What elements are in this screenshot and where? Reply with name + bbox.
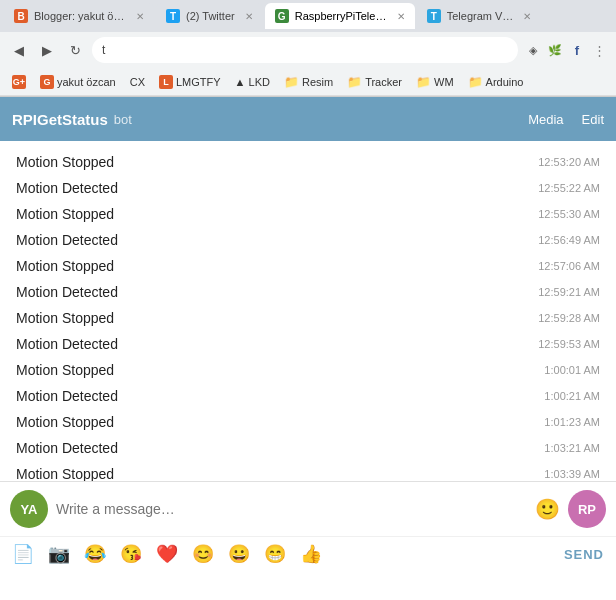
tab-bar: B Blogger: yakut özc… ✕ T (2) Twitter ✕ … — [0, 0, 616, 32]
tg-header-actions: Media Edit — [528, 112, 604, 127]
tab-telegram-close[interactable]: ✕ — [523, 11, 531, 22]
forward-button[interactable]: ▶ — [36, 39, 58, 61]
input-row: YA 🙂 RP — [0, 482, 616, 536]
emoji3-icon[interactable]: ❤️ — [156, 543, 178, 565]
tab-raspberrypi-close[interactable]: ✕ — [397, 11, 405, 22]
ext-menu[interactable]: ⋮ — [590, 41, 608, 59]
message-input[interactable] — [56, 501, 527, 517]
msg-text: Motion Stopped — [16, 258, 114, 274]
tab-twitter[interactable]: T (2) Twitter ✕ — [156, 3, 263, 29]
msg-text: Motion Detected — [16, 440, 118, 456]
msg-time: 12:55:30 AM — [538, 208, 600, 220]
msg-text: Motion Stopped — [16, 206, 114, 222]
msg-time: 12:59:53 AM — [538, 338, 600, 350]
message-row: Motion Detected 1:00:21 AM — [0, 383, 616, 409]
bookmark-cx[interactable]: CX — [124, 74, 151, 90]
tab-blogger-close[interactable]: ✕ — [136, 11, 144, 22]
msg-text: Motion Detected — [16, 180, 118, 196]
bookmark-arduino[interactable]: 📁 Arduino — [462, 73, 530, 91]
tab-twitter-label: (2) Twitter — [186, 10, 235, 22]
emoji4-icon[interactable]: 😊 — [192, 543, 214, 565]
tab-telegram[interactable]: T Telegram V… ✕ — [417, 3, 542, 29]
bookmark-googleplus[interactable]: G+ — [6, 73, 32, 91]
folder-icon-wm: 📁 — [416, 75, 431, 89]
msg-text: Motion Stopped — [16, 466, 114, 481]
bookmark-cx-label: CX — [130, 76, 145, 88]
msg-time: 12:59:21 AM — [538, 286, 600, 298]
telegram-app: RPIGetStatus bot Media Edit Motion Stopp… — [0, 97, 616, 571]
msg-text: Motion Detected — [16, 232, 118, 248]
msg-time: 1:00:21 AM — [544, 390, 600, 402]
folder-icon-tracker: 📁 — [347, 75, 362, 89]
ext-leaf: 🌿 — [546, 41, 564, 59]
browser-chrome: B Blogger: yakut özc… ✕ T (2) Twitter ✕ … — [0, 0, 616, 97]
msg-time: 12:53:20 AM — [538, 156, 600, 168]
emoji6-icon[interactable]: 😁 — [264, 543, 286, 565]
message-row: Motion Detected 1:03:21 AM — [0, 435, 616, 461]
tab-blogger-label: Blogger: yakut özc… — [34, 10, 126, 22]
message-row: Motion Detected 12:59:53 AM — [0, 331, 616, 357]
message-row: Motion Stopped 12:53:20 AM — [0, 149, 616, 175]
bookmark-tracker-label: Tracker — [365, 76, 402, 88]
msg-time: 1:00:01 AM — [544, 364, 600, 376]
msg-time: 12:55:22 AM — [538, 182, 600, 194]
folder-icon-resim: 📁 — [284, 75, 299, 89]
ext-diamond: ◈ — [524, 41, 542, 59]
message-row: Motion Stopped 12:59:28 AM — [0, 305, 616, 331]
toolbar-row: 📄 📷 😂 😘 ❤️ 😊 😀 😁 👍 SEND — [0, 536, 616, 571]
tab-twitter-close[interactable]: ✕ — [245, 11, 253, 22]
message-row: Motion Stopped 12:57:06 AM — [0, 253, 616, 279]
bookmark-lkd[interactable]: ▲ LKD — [229, 74, 276, 90]
media-button[interactable]: Media — [528, 112, 563, 127]
tg-bot-sub: bot — [114, 112, 132, 127]
bookmark-resim[interactable]: 📁 Resim — [278, 73, 339, 91]
edit-button[interactable]: Edit — [582, 112, 604, 127]
ext-fb: f — [568, 41, 586, 59]
bookmark-arduino-label: Arduino — [486, 76, 524, 88]
input-area: YA 🙂 RP 📄 📷 😂 😘 ❤️ 😊 😀 😁 👍 SEND — [0, 481, 616, 571]
msg-text: Motion Stopped — [16, 414, 114, 430]
bookmark-lkd-label: ▲ LKD — [235, 76, 270, 88]
msg-time: 1:01:23 AM — [544, 416, 600, 428]
message-row: Motion Detected 12:55:22 AM — [0, 175, 616, 201]
msg-time: 1:03:21 AM — [544, 442, 600, 454]
msg-text: Motion Stopped — [16, 310, 114, 326]
emoji5-icon[interactable]: 😀 — [228, 543, 250, 565]
msg-text: Motion Detected — [16, 336, 118, 352]
bookmark-resim-label: Resim — [302, 76, 333, 88]
bookmark-wm[interactable]: 📁 WM — [410, 73, 460, 91]
msg-time: 12:59:28 AM — [538, 312, 600, 324]
tab-raspberrypi-label: RaspberryPiTelegr… — [295, 10, 387, 22]
back-button[interactable]: ◀ — [8, 39, 30, 61]
emoji2-icon[interactable]: 😘 — [120, 543, 142, 565]
tg-header: RPIGetStatus bot Media Edit — [0, 97, 616, 141]
extension-icons: ◈ 🌿 f ⋮ — [524, 41, 608, 59]
camera-icon[interactable]: 📷 — [48, 543, 70, 565]
tab-raspberrypi[interactable]: G RaspberryPiTelegr… ✕ — [265, 3, 415, 29]
bookmark-yakut-label: yakut özcan — [57, 76, 116, 88]
emoji-button[interactable]: 🙂 — [535, 497, 560, 521]
msg-text: Motion Stopped — [16, 154, 114, 170]
refresh-button[interactable]: ↻ — [64, 39, 86, 61]
avatar-rp: RP — [568, 490, 606, 528]
emoji1-icon[interactable]: 😂 — [84, 543, 106, 565]
avatar-ya: YA — [10, 490, 48, 528]
bookmark-tracker[interactable]: 📁 Tracker — [341, 73, 408, 91]
tab-telegram-label: Telegram V… — [447, 10, 514, 22]
message-row: Motion Detected 12:56:49 AM — [0, 227, 616, 253]
msg-text: Motion Detected — [16, 284, 118, 300]
message-row: Motion Stopped 1:01:23 AM — [0, 409, 616, 435]
msg-time: 1:03:39 AM — [544, 468, 600, 480]
address-input[interactable] — [92, 37, 518, 63]
msg-text: Motion Detected — [16, 388, 118, 404]
message-row: Motion Detected 12:59:21 AM — [0, 279, 616, 305]
msg-text: Motion Stopped — [16, 362, 114, 378]
send-button[interactable]: SEND — [564, 547, 604, 562]
file-attach-icon[interactable]: 📄 — [12, 543, 34, 565]
message-row: Motion Stopped 1:00:01 AM — [0, 357, 616, 383]
tab-blogger[interactable]: B Blogger: yakut özc… ✕ — [4, 3, 154, 29]
bookmark-yakut[interactable]: G yakut özcan — [34, 73, 122, 91]
emoji7-icon[interactable]: 👍 — [300, 543, 322, 565]
bookmark-lmgtfy[interactable]: L LMGTFY — [153, 73, 227, 91]
msg-time: 12:57:06 AM — [538, 260, 600, 272]
